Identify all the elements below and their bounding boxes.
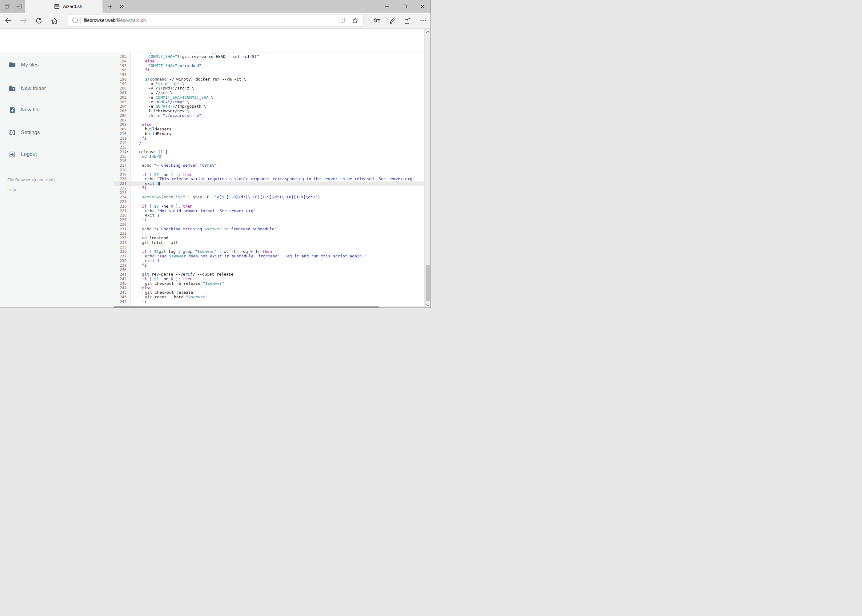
code-line[interactable]: 208else: [0, 123, 424, 127]
code-line[interactable]: 230: [0, 222, 424, 227]
site-info-button[interactable]: [71, 17, 79, 24]
code-line[interactable]: 199-u "$(id -u)" \: [0, 82, 424, 86]
tab-indent-guide: [145, 64, 148, 68]
info-circle-icon: [72, 17, 78, 24]
code-line[interactable]: 227echo "Not valid semver format. See se…: [0, 209, 424, 214]
line-number: 223: [113, 191, 126, 195]
tab-indent-guide: [145, 113, 148, 118]
code-line[interactable]: 216: [0, 159, 424, 163]
line-number: 221: [113, 181, 126, 186]
new-tab-button[interactable]: [106, 0, 115, 13]
code-line[interactable]: 211fi: [0, 136, 424, 141]
editor-horizontal-scrollbar[interactable]: [113, 306, 424, 308]
code-line[interactable]: 226if [ $? -ne 0 ]; then: [0, 204, 424, 209]
code-line[interactable]: 233cd frontend: [0, 236, 424, 240]
tab-list-dropdown[interactable]: [118, 0, 127, 13]
code-line[interactable]: 234git fetch --all: [0, 240, 424, 245]
code-line[interactable]: 198$(command -v winpty) docker run --rm …: [0, 77, 424, 82]
code-line[interactable]: 223: [0, 191, 424, 195]
code-line[interactable]: 205filebrowser/dev \: [0, 109, 424, 113]
page-scrollbar[interactable]: [424, 28, 431, 308]
refresh-button[interactable]: [33, 14, 45, 27]
back-button[interactable]: [2, 14, 14, 27]
code-line[interactable]: 214▾release () {: [0, 150, 424, 154]
forward-button[interactable]: [17, 14, 30, 27]
code-line[interactable]: 246git reset --hard "$semver": [0, 295, 424, 300]
code-line[interactable]: 194else: [0, 59, 424, 64]
code-line[interactable]: 228exit 1: [0, 213, 424, 218]
line-number: 246: [113, 295, 126, 300]
more-options-button[interactable]: [417, 14, 429, 27]
code-line[interactable]: 247fi: [0, 300, 424, 304]
code-line[interactable]: 238exit 1: [0, 259, 424, 263]
code-line[interactable]: 204-e GOPATH=//tmp/gopath \: [0, 104, 424, 109]
code-line[interactable]: 235: [0, 245, 424, 250]
favorites-hub-button[interactable]: [371, 14, 383, 27]
code-line[interactable]: 222fi: [0, 186, 424, 191]
line-number: 210: [113, 132, 126, 136]
app-header: [0, 28, 430, 53]
line-number: 240: [113, 267, 126, 272]
url-host: filebrowser.web: [84, 17, 115, 23]
window-minimize-button[interactable]: [380, 0, 394, 13]
tab-preview-button[interactable]: [2, 0, 13, 13]
share-button[interactable]: [401, 14, 414, 27]
code-line[interactable]: 197: [0, 72, 424, 77]
scroll-down-button[interactable]: [425, 303, 431, 308]
code-editor[interactable]: 192if [ "$useDocker" != "false" ]; then1…: [0, 53, 424, 308]
code-line[interactable]: 244else: [0, 286, 424, 290]
code-line[interactable]: 195COMMIT_SHA="untracked": [0, 64, 424, 68]
code-line[interactable]: 202-e COMMIT_SHA=$COMMIT_SHA \: [0, 95, 424, 100]
tab-indent-guide: [145, 82, 148, 86]
back-icon: [5, 18, 12, 24]
code-line[interactable]: 219if [ $# -ne 1 ]; then: [0, 173, 424, 177]
code-line[interactable]: 209buildAssets: [0, 127, 424, 132]
code-line[interactable]: 212}: [0, 141, 424, 145]
code-line[interactable]: 193COMMIT_SHA="$(git rev-parse HEAD | cu…: [0, 55, 424, 59]
address-bar[interactable]: filebrowser.web/files/wizard.sh: [68, 14, 364, 27]
fold-marker-icon[interactable]: ▾: [127, 150, 128, 154]
code-line[interactable]: 241git rev-parse --verify --quiet releas…: [0, 272, 424, 277]
code-line[interactable]: 213: [0, 145, 424, 150]
code-line[interactable]: 224semver=$(echo "$1" | grep -P '^v(0|[1…: [0, 195, 424, 200]
code-line[interactable]: 236if [ $(git tag | grep "$semver" | wc …: [0, 250, 424, 254]
code-line[interactable]: 237echo "Tag $semver does not exist in s…: [0, 254, 424, 259]
home-button[interactable]: [48, 14, 60, 27]
web-note-button[interactable]: [386, 14, 398, 27]
code-line[interactable]: 232: [0, 231, 424, 236]
code-line[interactable]: 196fi: [0, 68, 424, 72]
code-line[interactable]: 243git checkout -b release "$semver": [0, 281, 424, 286]
window-close-button[interactable]: [416, 0, 430, 13]
reading-view-button[interactable]: [339, 17, 346, 24]
code-line[interactable]: 210buildBinary: [0, 132, 424, 136]
horizontal-scroll-thumb[interactable]: [113, 306, 379, 308]
code-line[interactable]: 225: [0, 200, 424, 204]
code-line[interactable]: 203-e HOME="//tmp" \: [0, 100, 424, 105]
code-line[interactable]: 218: [0, 168, 424, 173]
code-line[interactable]: 240: [0, 267, 424, 272]
tab-indent-guide: [145, 100, 148, 104]
vertical-scroll-thumb[interactable]: [425, 265, 430, 301]
code-line[interactable]: 206sh -c "./wizard.sh -b": [0, 113, 424, 118]
code-line[interactable]: 242if [ $? -ne 0 ]; then: [0, 277, 424, 281]
scroll-up-button[interactable]: [425, 29, 431, 34]
set-tabs-aside-button[interactable]: [14, 0, 25, 13]
code-line[interactable]: 200-v /$(pwd):/src:z \: [0, 86, 424, 91]
browser-tab-wizard-sh[interactable]: wizard.sh: [25, 0, 102, 13]
code-line[interactable]: 201-w //src \: [0, 91, 424, 95]
add-favorite-button[interactable]: [351, 17, 359, 24]
code-line[interactable]: 220echo "This release script requires a …: [0, 177, 424, 181]
line-number: 195: [113, 64, 126, 68]
line-number: 220: [113, 177, 126, 181]
code-line[interactable]: 215cd $REPO: [0, 154, 424, 159]
window-maximize-button[interactable]: [398, 0, 412, 13]
code-line[interactable]: 245git checkout release: [0, 290, 424, 295]
url-text: filebrowser.web/files/wizard.sh: [84, 14, 146, 26]
code-line[interactable]: 231echo "> Checking matching $semver in …: [0, 227, 424, 232]
code-line[interactable]: 221exit 1: [0, 181, 424, 186]
code-line[interactable]: 207: [0, 118, 424, 123]
code-line[interactable]: 229fi: [0, 218, 424, 222]
line-number: 219: [113, 173, 126, 177]
code-line[interactable]: 239fi: [0, 263, 424, 268]
code-line[interactable]: 217echo "> Checking semver format": [0, 163, 424, 168]
